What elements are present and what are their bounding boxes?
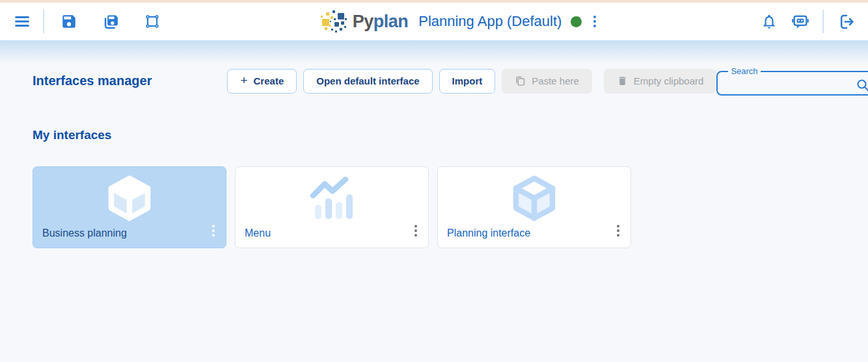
card-label: Planning interface xyxy=(447,227,530,239)
paste-icon xyxy=(515,75,526,86)
logout-button[interactable] xyxy=(833,8,859,34)
search-icon xyxy=(855,77,868,93)
pyplan-logo-icon xyxy=(320,8,347,35)
trash-icon xyxy=(617,75,628,86)
header-left-group xyxy=(9,8,165,34)
menu-button[interactable] xyxy=(9,8,35,34)
card-menu-kebab-button[interactable] xyxy=(208,221,219,240)
app-title: Planning App (Default) xyxy=(418,13,562,30)
card-business-planning[interactable]: Business planning xyxy=(33,166,226,248)
header-divider-right xyxy=(822,10,824,33)
cube-icon xyxy=(509,171,560,226)
main-content: Interfaces manager + Create Open default… xyxy=(0,40,868,362)
search-container: Search xyxy=(716,66,868,96)
import-button-label: Import xyxy=(452,75,483,86)
search-label: Search xyxy=(728,66,760,76)
app-menu-kebab-button[interactable] xyxy=(588,10,601,32)
save-all-icon xyxy=(102,13,120,31)
notifications-bell-icon xyxy=(761,13,778,30)
card-planning-interface[interactable]: Planning interface xyxy=(437,166,631,248)
card-menu-kebab-button[interactable] xyxy=(411,221,421,240)
app-header: Pyplan Planning App (Default) xyxy=(0,3,868,40)
paste-here-button[interactable]: Paste here xyxy=(502,69,592,94)
chart-icon xyxy=(304,171,360,226)
search-submit-button[interactable] xyxy=(854,76,868,94)
status-dot xyxy=(571,16,582,27)
import-button[interactable]: Import xyxy=(439,69,496,94)
card-label: Menu xyxy=(245,227,271,239)
transform-button[interactable] xyxy=(139,8,165,34)
open-default-interface-label: Open default interface xyxy=(316,75,419,86)
logout-icon xyxy=(837,13,855,31)
empty-clipboard-button[interactable]: Empty clipboard xyxy=(604,69,717,94)
empty-clipboard-label: Empty clipboard xyxy=(634,75,704,86)
card-menu[interactable]: Menu xyxy=(235,166,429,248)
transform-icon xyxy=(144,13,161,30)
toolbar-row: Interfaces manager + Create Open default… xyxy=(33,66,835,96)
paste-here-label: Paste here xyxy=(532,75,579,86)
action-buttons: + Create Open default interface Import P… xyxy=(227,69,716,94)
header-divider-left xyxy=(43,10,44,33)
card-menu-kebab-button[interactable] xyxy=(613,221,623,240)
page-title: Interfaces manager xyxy=(33,73,152,88)
search-input[interactable] xyxy=(724,77,854,93)
header-right-group xyxy=(756,8,859,34)
wordmark-py: Py xyxy=(353,12,373,31)
create-button-label: Create xyxy=(254,75,284,86)
interfaces-card-grid: Business planning Menu xyxy=(33,166,835,248)
chatbot-button[interactable] xyxy=(787,8,813,34)
header-center-group: Pyplan Planning App (Default) xyxy=(165,8,756,35)
search-field: Search xyxy=(716,66,868,96)
create-button[interactable]: + Create xyxy=(227,69,297,94)
section-title: My interfaces xyxy=(33,128,835,142)
card-label: Business planning xyxy=(42,227,127,239)
menu-icon xyxy=(13,12,31,31)
plus-icon: + xyxy=(240,74,247,86)
wordmark-plan: plan xyxy=(373,12,409,31)
save-icon xyxy=(61,13,77,30)
chatbot-icon xyxy=(791,12,809,31)
cube-icon xyxy=(104,171,155,226)
save-all-button[interactable] xyxy=(98,8,124,34)
pyplan-wordmark: Pyplan xyxy=(353,12,409,32)
save-button[interactable] xyxy=(56,8,82,34)
notifications-button[interactable] xyxy=(756,8,782,34)
open-default-interface-button[interactable]: Open default interface xyxy=(303,69,432,94)
